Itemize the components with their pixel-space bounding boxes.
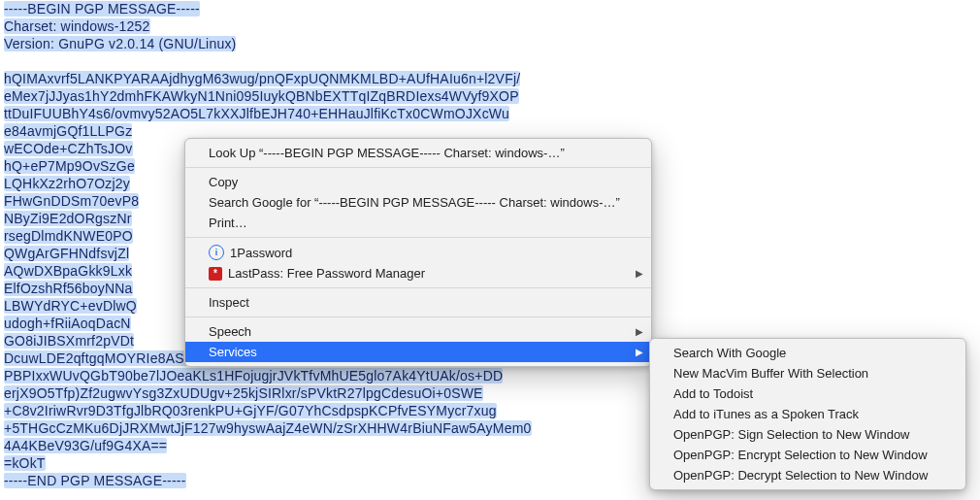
submenu-item-openpgp-decrypt[interactable]: OpenPGP: Decrypt Selection to New Window [650,465,965,485]
submenu-item-openpgp-encrypt[interactable]: OpenPGP: Encrypt Selection to New Window [650,445,965,465]
menu-item-lastpass[interactable]: * LastPass: Free Password Manager ▶ [185,263,651,283]
submenu-item-macvim[interactable]: New MacVim Buffer With Selection [650,363,965,383]
selected-text: AQwDXBpaGkk9Lxk [4,263,132,279]
selected-text: eMex7jJJyas1hY2dmhFKAWkyN1Nni095IuykQBNb… [4,88,519,104]
submenu-item-todoist[interactable]: Add to Todoist [650,383,965,404]
selected-text: ttDuIFUUBhY4s6/ovmvy52AO5L7kXXJlfbEJH740… [4,106,509,121]
menu-separator [185,317,651,317]
pgp-body-line: hQIMAxvrf5LANKPYARAAjdhygM63wug/pnQFxpUQ… [4,70,976,87]
menu-item-label: OpenPGP: Decrypt Selection to New Window [673,468,928,483]
selected-text: +C8v2IriwRvr9D3TfgJlbRQ03renkPU+GjYF/G07… [4,403,497,418]
menu-item-label: Add to iTunes as a Spoken Track [673,407,859,421]
menu-item-label: OpenPGP: Encrypt Selection to New Window [673,448,928,462]
menu-item-label: Add to Todoist [673,386,753,401]
selected-text: rsegDlmdKNWE0PO [4,228,133,244]
menu-separator [185,237,651,238]
selected-text: GO8iJIBSXmrf2pVDt [4,333,134,349]
menu-item-label: Copy [209,175,238,189]
selected-text: Charset: windows-1252 [4,18,150,34]
menu-item-lookup[interactable]: Look Up “-----BEGIN PGP MESSAGE----- Cha… [185,143,651,163]
menu-item-label: Inspect [209,295,249,310]
context-menu: Look Up “-----BEGIN PGP MESSAGE----- Cha… [184,138,652,367]
selected-text: Version: GnuPG v2.0.14 (GNU/Linux) [4,36,236,51]
menu-item-label: OpenPGP: Sign Selection to New Window [673,427,910,442]
menu-item-speech[interactable]: Speech ▶ [185,321,651,342]
chevron-right-icon: ▶ [636,347,643,357]
pgp-body-line: ttDuIFUUBhY4s6/ovmvy52AO5L7kXXJlfbEJH740… [4,105,976,122]
selected-text: erjX9O5Tfp)Zf2ugwvYsg3ZxUDUgv+25kjSIRlxr… [4,385,483,401]
selected-text: FHwGnDDSm70evP8 [4,193,139,209]
pgp-blank-line [4,52,976,70]
menu-item-print[interactable]: Print… [185,213,651,233]
selected-text: 4A4KBeV93G/uf9G4XA== [4,438,167,453]
menu-item-label: Look Up “-----BEGIN PGP MESSAGE----- Cha… [209,146,565,160]
menu-separator [185,287,651,288]
selected-text: LQHkXz2rhO7Ozj2y [4,176,130,191]
onepassword-icon: i [209,245,224,260]
submenu-item-search-google[interactable]: Search With Google [650,343,965,363]
selected-text: -----BEGIN PGP MESSAGE----- [4,1,200,17]
menu-item-label: Print… [209,216,247,230]
menu-item-label: New MacVim Buffer With Selection [673,366,868,381]
pgp-charset-line: Charset: windows-1252 [4,17,976,35]
selected-text: -----END PGP MESSAGE----- [4,473,186,488]
selected-text: =kOkT [4,455,46,471]
menu-item-inspect[interactable]: Inspect [185,292,651,313]
menu-separator [185,167,651,168]
selected-text: hQ+eP7Mp9OvSzGe [4,158,135,174]
lastpass-icon: * [209,267,222,281]
menu-item-label: Search With Google [673,346,786,360]
submenu-item-openpgp-sign[interactable]: OpenPGP: Sign Selection to New Window [650,424,965,445]
selected-text: hQIMAxvrf5LANKPYARAAjdhygM63wug/pnQFxpUQ… [4,71,520,86]
selected-text: e84avmjGQf1LLPGz [4,123,132,139]
chevron-right-icon: ▶ [636,326,643,337]
selected-text: udogh+fRiiAoqDacN [4,316,131,331]
selected-text: wECOde+CZhTsJOv [4,141,133,156]
menu-item-label: 1Password [230,246,292,260]
menu-item-search-google[interactable]: Search Google for “-----BEGIN PGP MESSAG… [185,192,651,213]
selected-text: QWgArGFHNdfsvjZl [4,246,129,261]
selected-text: +5THGcCzMKu6DjJRXMwtJjF127w9hyswAajZ4eWN… [4,420,532,436]
chevron-right-icon: ▶ [636,268,643,279]
submenu-item-itunes[interactable]: Add to iTunes as a Spoken Track [650,404,965,424]
services-submenu: Search With Google New MacVim Buffer Wit… [649,338,966,490]
menu-item-label: LastPass: Free Password Manager [228,266,425,281]
menu-item-label: Services [209,345,257,359]
pgp-version-line: Version: GnuPG v2.0.14 (GNU/Linux) [4,35,976,52]
pgp-header-begin: -----BEGIN PGP MESSAGE----- [4,0,976,17]
menu-item-copy[interactable]: Copy [185,172,651,192]
pgp-body-line: eMex7jJJyas1hY2dmhFKAWkyN1Nni095IuykQBNb… [4,87,976,105]
menu-item-services[interactable]: Services ▶ [185,342,651,362]
selected-text: NByZi9E2dORgszNr [4,211,132,226]
menu-item-label: Search Google for “-----BEGIN PGP MESSAG… [209,195,620,210]
selected-text: LBWYdRYC+evDlwQ [4,298,137,314]
menu-item-1password[interactable]: i 1Password [185,242,651,263]
selected-text: PBPIxxWUvQGbT90be7lJOeaKLs1HFojugjrJVkTf… [4,368,503,383]
selected-text: ElfOzshRf56boyNNa [4,281,133,296]
menu-item-label: Speech [209,324,251,339]
